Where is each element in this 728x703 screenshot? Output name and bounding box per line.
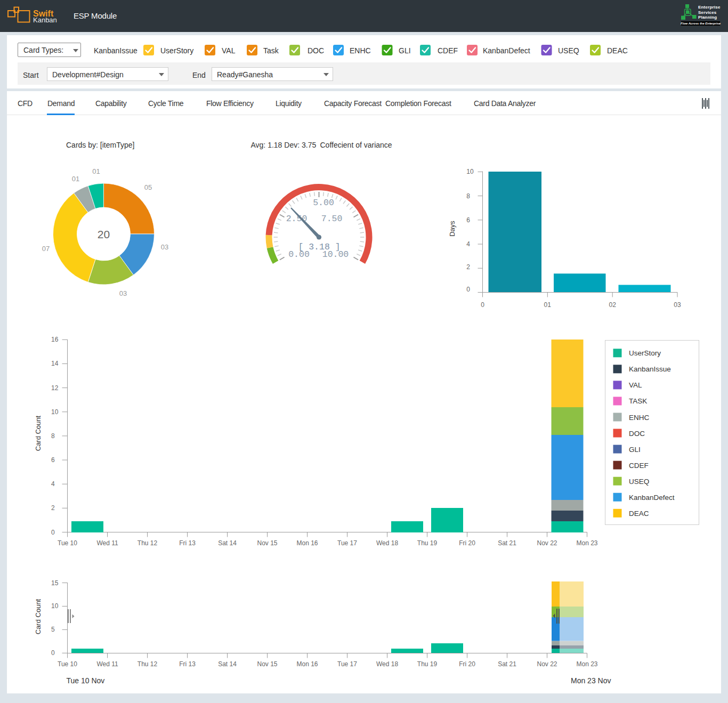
- svg-text:Avg: 1.18 Dev: 3.75: Avg: 1.18 Dev: 3.75: [251, 141, 317, 149]
- svg-text:Nov 15: Nov 15: [257, 539, 277, 547]
- svg-text:ESP Module: ESP Module: [74, 11, 117, 20]
- svg-text:Sat 14: Sat 14: [218, 539, 237, 547]
- svg-text:Services: Services: [698, 10, 717, 15]
- svg-text:Wed 18: Wed 18: [376, 660, 398, 668]
- svg-text:CDEF: CDEF: [629, 462, 649, 470]
- svg-text:0: 0: [51, 649, 55, 657]
- svg-text:16: 16: [51, 336, 59, 343]
- svg-text:0: 0: [51, 529, 55, 536]
- svg-text:15: 15: [51, 579, 59, 587]
- svg-text:Mon 16: Mon 16: [296, 539, 318, 547]
- svg-text:Wed 11: Wed 11: [96, 539, 118, 547]
- svg-text:5: 5: [51, 626, 55, 633]
- svg-text:Tue 10: Tue 10: [58, 539, 77, 547]
- svg-text:Sat 21: Sat 21: [498, 539, 516, 547]
- svg-text:USEQ: USEQ: [629, 478, 649, 486]
- svg-text:Flow Across the Enterprise: Flow Across the Enterprise: [681, 22, 721, 25]
- svg-text:VAL: VAL: [629, 381, 642, 389]
- svg-text:Tue 10: Tue 10: [58, 660, 77, 668]
- svg-text:GLI: GLI: [629, 446, 641, 454]
- svg-text:Fri 20: Fri 20: [459, 539, 475, 547]
- svg-text:02: 02: [609, 301, 617, 309]
- svg-text:10: 10: [51, 602, 59, 610]
- svg-text:Days: Days: [448, 221, 456, 237]
- svg-text:03: 03: [119, 289, 127, 297]
- svg-text:[ 3.18 ]: [ 3.18 ]: [298, 242, 340, 252]
- svg-text:8: 8: [51, 432, 55, 440]
- svg-text:Thu 12: Thu 12: [137, 660, 158, 668]
- svg-text:Mon 23 Nov: Mon 23 Nov: [571, 676, 611, 685]
- svg-text:8: 8: [466, 192, 470, 200]
- svg-text:Kanban: Kanban: [33, 16, 57, 24]
- svg-text:KanbanDefect: KanbanDefect: [629, 494, 675, 502]
- svg-text:6: 6: [466, 216, 470, 224]
- svg-text:Nov 22: Nov 22: [537, 660, 557, 668]
- svg-text:KanbanIssue: KanbanIssue: [629, 365, 671, 373]
- svg-text:Mon 16: Mon 16: [296, 660, 318, 668]
- svg-text:DOC: DOC: [629, 430, 645, 438]
- svg-text:Card Count: Card Count: [34, 415, 42, 451]
- svg-text:14: 14: [51, 360, 59, 367]
- svg-text:Thu 19: Thu 19: [417, 539, 438, 547]
- svg-text:Sat 14: Sat 14: [218, 660, 237, 668]
- svg-text:20: 20: [98, 228, 110, 240]
- svg-text:Wed 11: Wed 11: [96, 660, 118, 668]
- svg-text:01: 01: [92, 167, 100, 175]
- svg-text:Fri 13: Fri 13: [179, 660, 196, 668]
- svg-text:05: 05: [144, 183, 152, 191]
- svg-text:DEAC: DEAC: [629, 510, 649, 518]
- svg-text:Tue 17: Tue 17: [337, 660, 357, 668]
- svg-text:Fri 13: Fri 13: [179, 539, 196, 547]
- svg-text:UserStory: UserStory: [629, 349, 661, 357]
- svg-text:Planning: Planning: [698, 15, 717, 20]
- svg-text:Thu 19: Thu 19: [417, 660, 438, 668]
- svg-text:10: 10: [466, 168, 474, 175]
- svg-text:03: 03: [161, 243, 168, 251]
- svg-text:Cards by: [itemType]: Cards by: [itemType]: [66, 141, 134, 149]
- svg-text:Nov 22: Nov 22: [537, 539, 557, 547]
- svg-text:TASK: TASK: [629, 397, 647, 405]
- svg-text:ENHC: ENHC: [629, 414, 650, 422]
- svg-text:Nov 15: Nov 15: [257, 660, 277, 668]
- svg-text:Card Count: Card Count: [34, 599, 42, 634]
- svg-text:Mon 23: Mon 23: [576, 660, 597, 668]
- svg-text:4: 4: [466, 240, 470, 248]
- svg-text:10: 10: [51, 408, 59, 416]
- svg-text:5.00: 5.00: [313, 198, 334, 208]
- svg-text:Mon 23: Mon 23: [576, 539, 597, 547]
- svg-text:03: 03: [674, 301, 681, 309]
- svg-text:Tue 10 Nov: Tue 10 Nov: [67, 676, 105, 685]
- svg-text:Tue 17: Tue 17: [337, 539, 357, 547]
- svg-text:2: 2: [466, 263, 470, 271]
- svg-text:Sat 21: Sat 21: [498, 660, 516, 668]
- svg-text:Fri 20: Fri 20: [459, 660, 475, 668]
- svg-text:6: 6: [51, 456, 55, 464]
- svg-text:7.50: 7.50: [321, 214, 343, 224]
- svg-text:2: 2: [51, 504, 55, 512]
- svg-text:12: 12: [51, 384, 59, 392]
- svg-text:Wed 18: Wed 18: [376, 539, 398, 547]
- svg-text:01: 01: [72, 175, 79, 183]
- svg-text:07: 07: [42, 245, 50, 253]
- svg-text:0: 0: [481, 301, 484, 309]
- svg-text:01: 01: [544, 301, 552, 309]
- svg-text:Enterprise: Enterprise: [698, 5, 721, 10]
- svg-text:0: 0: [466, 286, 470, 293]
- svg-text:4: 4: [51, 480, 55, 488]
- svg-text:Coffecient of variance: Coffecient of variance: [320, 141, 392, 149]
- svg-text:Thu 12: Thu 12: [137, 539, 158, 547]
